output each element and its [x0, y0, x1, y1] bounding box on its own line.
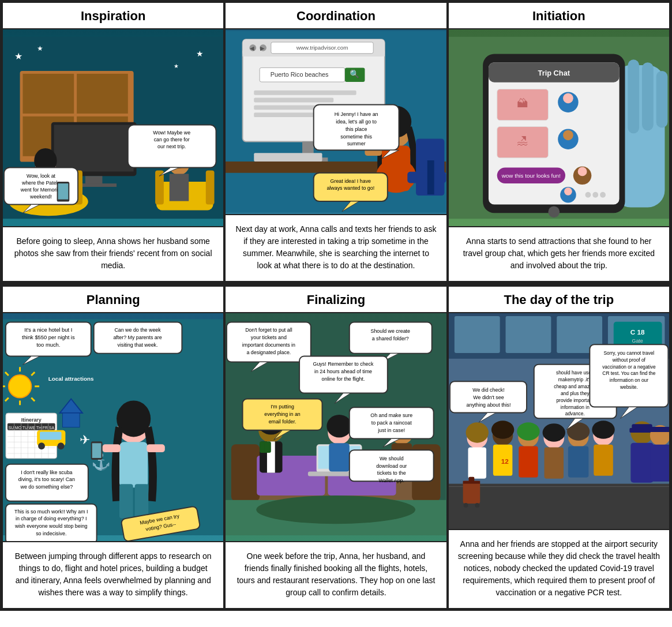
scene-coordination: ◀ ▶ www.tripadvisor.com Puerto Rico beac…: [226, 29, 446, 214]
header-inspiration: Inspiration: [3, 3, 223, 29]
svg-rect-156: [102, 444, 121, 452]
svg-point-105: [564, 187, 572, 196]
svg-text:tickets to the: tickets to the: [377, 470, 406, 476]
svg-text:sometime this: sometime this: [341, 134, 373, 140]
desc-coordination: Next day at work, Anna calls and texts h…: [226, 214, 446, 281]
svg-point-95: [563, 93, 573, 103]
svg-text:🏖: 🏖: [517, 134, 528, 147]
svg-text:information in: information in: [560, 404, 590, 410]
svg-rect-231: [505, 316, 551, 353]
cell-dayoftrip: The day of the trip C 18 Gate: [448, 286, 670, 609]
svg-point-258: [542, 423, 565, 442]
svg-text:Hi Jenny! I have an: Hi Jenny! I have an: [335, 111, 378, 117]
svg-rect-39: [58, 183, 69, 200]
svg-text:idea, let's all go to: idea, let's all go to: [336, 119, 377, 125]
svg-text:just in case!: just in case!: [378, 427, 406, 433]
svg-text:in charge of doing everything?: in charge of doing everything? I: [16, 516, 87, 521]
svg-text:★: ★: [14, 51, 22, 61]
svg-text:Should we create: Should we create: [371, 328, 411, 334]
svg-rect-263: [594, 445, 613, 476]
svg-text:should have used: should have used: [556, 370, 594, 376]
svg-rect-79: [408, 172, 446, 183]
svg-text:after? My parents are: after? My parents are: [113, 335, 162, 340]
svg-text:🔍: 🔍: [350, 69, 361, 79]
svg-rect-12: [85, 176, 103, 185]
svg-text:This is so much work!! Why am : This is so much work!! Why am I: [14, 509, 88, 515]
scene-dayoftrip-svg: C 18 Gate: [449, 313, 669, 529]
svg-text:◀: ◀: [250, 45, 255, 51]
svg-text:Can we do the week: Can we do the week: [114, 327, 161, 333]
svg-rect-54: [254, 91, 356, 95]
svg-point-291: [475, 503, 479, 508]
svg-point-89: [548, 206, 560, 217]
header-dayoftrip: The day of the trip: [449, 287, 669, 313]
cell-initiation: Initiation Trip Chat: [448, 2, 670, 282]
svg-point-103: [577, 167, 587, 176]
svg-text:a shared folder?: a shared folder?: [372, 336, 409, 341]
svg-rect-20: [206, 170, 215, 204]
svg-text:Local attractions: Local attractions: [48, 376, 94, 382]
svg-point-191: [327, 415, 352, 437]
svg-rect-260: [568, 446, 588, 478]
svg-text:advance.: advance.: [565, 411, 584, 416]
svg-text:It's a nice hotel but I: It's a nice hotel but I: [24, 327, 72, 333]
scene-inspiration-svg: ★ ★ ★ ★: [3, 29, 223, 226]
svg-text:www.tripadvisor.com: www.tripadvisor.com: [296, 44, 348, 51]
svg-point-145: [58, 442, 65, 449]
svg-point-106: [585, 192, 591, 198]
svg-text:12: 12: [501, 457, 509, 465]
svg-rect-159: [92, 443, 102, 458]
svg-point-144: [38, 442, 45, 449]
svg-text:too much.: too much.: [36, 342, 60, 348]
svg-text:Oh and make sure: Oh and make sure: [371, 412, 413, 418]
svg-text:so indecisive.: so indecisive.: [36, 531, 66, 536]
svg-point-248: [465, 422, 488, 442]
svg-text:our next trip.: our next trip.: [157, 144, 186, 149]
svg-text:we do something else?: we do something else?: [20, 484, 73, 490]
svg-rect-287: [463, 481, 480, 504]
cell-planning: Planning It's a nice hotel but I think $…: [2, 286, 224, 609]
svg-text:information on our: information on our: [609, 377, 648, 383]
svg-text:SU MO TU WE TH FR SA: SU MO TU WE TH FR SA: [8, 426, 54, 430]
svg-text:Wallet App.: Wallet App.: [379, 478, 404, 483]
svg-rect-244: [650, 445, 669, 482]
svg-rect-25: [170, 174, 189, 201]
header-coordination: Coordination: [226, 3, 446, 29]
svg-text:vaccination or a negative: vaccination or a negative: [602, 364, 656, 370]
header-planning: Planning: [3, 287, 223, 313]
svg-text:summer: summer: [347, 141, 366, 147]
svg-text:▶: ▶: [260, 45, 265, 51]
svg-rect-86: [656, 71, 667, 128]
svg-rect-84: [628, 59, 639, 133]
svg-rect-127: [62, 413, 80, 427]
svg-point-252: [491, 420, 514, 439]
svg-rect-160: [119, 484, 133, 518]
svg-text:Wow, look at: Wow, look at: [27, 173, 56, 179]
scene-inspiration: ★ ★ ★ ★: [3, 29, 223, 226]
svg-rect-55: [254, 98, 334, 103]
desc-finalizing: One week before the trip, Anna, her husb…: [226, 541, 446, 608]
header-finalizing: Finalizing: [226, 287, 446, 313]
svg-text:I'm putting: I'm putting: [271, 404, 295, 410]
svg-text:Itinerary: Itinerary: [21, 417, 42, 423]
scene-finalizing: Don't forget to put all your tickets and…: [226, 313, 446, 541]
svg-point-108: [600, 192, 606, 198]
scene-initiation: Trip Chat 🏔 🏖 wow this tour looks fun!: [449, 29, 669, 226]
svg-text:makemytrip .it's: makemytrip .it's: [558, 377, 592, 382]
svg-point-116: [9, 375, 31, 397]
scene-dayoftrip: C 18 Gate: [449, 313, 669, 529]
svg-text:★: ★: [196, 50, 204, 58]
svg-text:C 18: C 18: [630, 328, 644, 336]
svg-text:CR test. You can find the: CR test. You can find the: [602, 370, 655, 376]
svg-text:✈: ✈: [80, 433, 90, 447]
svg-text:website.: website.: [620, 384, 638, 390]
svg-rect-157: [147, 444, 165, 452]
svg-text:Wow! Maybe we: Wow! Maybe we: [153, 130, 190, 136]
svg-rect-247: [468, 448, 486, 479]
scene-initiation-svg: Trip Chat 🏔 🏖 wow this tour looks fun!: [449, 29, 669, 226]
svg-rect-155: [119, 442, 148, 487]
svg-text:your tickets and: your tickets and: [251, 335, 287, 340]
svg-text:this place: this place: [346, 126, 367, 132]
svg-rect-190: [329, 443, 350, 471]
svg-text:We didn't see: We didn't see: [473, 395, 504, 400]
